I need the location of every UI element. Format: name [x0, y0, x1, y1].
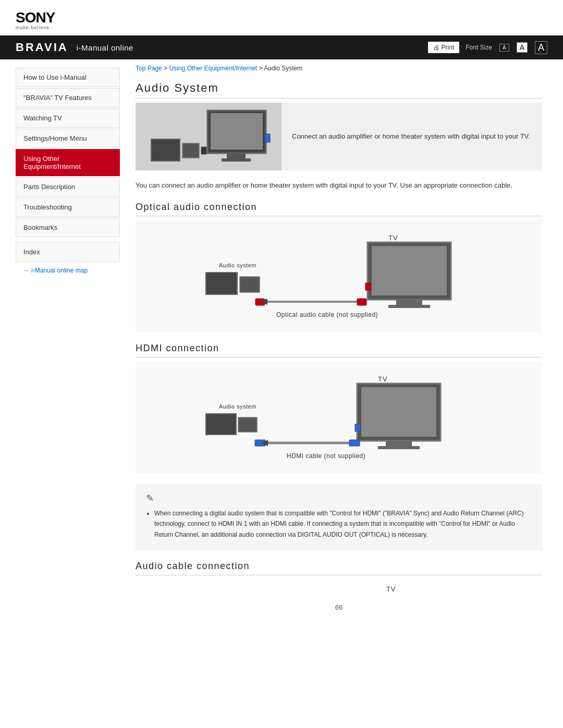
- svg-rect-2: [201, 147, 206, 154]
- breadcrumb-top[interactable]: Top Page: [136, 65, 162, 72]
- font-size-label: Font Size: [466, 44, 492, 51]
- svg-text:Audio system: Audio system: [219, 403, 256, 410]
- sidebar-item-using-other[interactable]: Using Other Equipment/Internet: [16, 149, 120, 176]
- header-area: SONY make.believe: [0, 0, 563, 35]
- svg-text:Audio system: Audio system: [219, 262, 256, 268]
- note-section: ✎ When connecting a digital audio system…: [136, 484, 542, 550]
- intro-illustration: [146, 103, 271, 170]
- sidebar-item-settings[interactable]: Settings/Home Menu: [16, 129, 120, 148]
- sidebar-map-link[interactable]: → i-Manual online map: [16, 263, 120, 278]
- font-large-button[interactable]: A: [535, 41, 547, 54]
- note-text: When connecting a digital audio system t…: [146, 508, 532, 540]
- print-icon: 🖨: [433, 44, 439, 51]
- svg-rect-29: [206, 414, 236, 435]
- sony-logo: SONY: [16, 9, 547, 26]
- svg-text:HDMI cable (not supplied): HDMI cable (not supplied): [287, 452, 365, 460]
- breadcrumb-current: Audio System: [264, 65, 302, 72]
- svg-rect-7: [265, 134, 270, 142]
- hdmi-diagram: TV Audio system: [136, 362, 542, 474]
- note-list-item: When connecting a digital audio system t…: [154, 508, 532, 540]
- audio-cable-label: TV: [386, 585, 396, 593]
- font-medium-button[interactable]: A: [517, 42, 528, 53]
- font-small-button[interactable]: A: [499, 44, 509, 52]
- nav-left: BRAVIA i-Manual online: [16, 41, 133, 54]
- sidebar-item-bookmarks[interactable]: Bookmarks: [16, 218, 120, 237]
- svg-rect-30: [238, 417, 257, 432]
- svg-rect-10: [372, 246, 447, 295]
- sidebar-item-bravia-features[interactable]: "BRAVIA" TV Features: [16, 88, 120, 107]
- intro-image: [136, 103, 282, 170]
- main-content: Top Page > Using Other Equipment/Interne…: [120, 59, 563, 643]
- svg-rect-4: [211, 113, 263, 150]
- print-button[interactable]: 🖨 Print: [428, 42, 460, 53]
- intro-para: You can connect an audio amplifier or ho…: [136, 180, 542, 191]
- sidebar-index[interactable]: Index: [16, 242, 120, 262]
- sony-tagline: make.believe: [16, 25, 547, 30]
- intro-text: Connect an audio amplifier or home theat…: [282, 103, 541, 170]
- svg-rect-24: [361, 387, 436, 437]
- map-link-label: i-Manual online map: [31, 267, 88, 274]
- sidebar-item-parts[interactable]: Parts Description: [16, 177, 120, 196]
- main-layout: How to Use i-Manual "BRAVIA" TV Features…: [0, 59, 563, 643]
- audio-cable-tv-label: TV: [136, 579, 542, 593]
- svg-rect-0: [151, 139, 180, 161]
- nav-right: 🖨 Print Font Size A A A: [428, 41, 547, 54]
- svg-text:TV: TV: [378, 375, 388, 383]
- breadcrumb-using-other[interactable]: Using Other Equipment/Internet: [169, 65, 257, 72]
- print-label: Print: [442, 44, 455, 51]
- svg-rect-16: [240, 277, 260, 292]
- svg-rect-12: [388, 305, 430, 308]
- sidebar-item-troubleshooting[interactable]: Troubleshooting: [16, 198, 120, 217]
- svg-rect-11: [396, 300, 422, 305]
- svg-rect-34: [349, 440, 360, 446]
- svg-rect-1: [182, 143, 199, 158]
- optical-section-title: Optical audio connection: [136, 202, 542, 216]
- intro-section: Connect an audio amplifier or home theat…: [136, 103, 542, 170]
- sidebar: How to Use i-Manual "BRAVIA" TV Features…: [0, 59, 120, 643]
- optical-diagram: TV Audio system: [136, 220, 542, 332]
- svg-rect-26: [378, 446, 420, 449]
- svg-rect-20: [357, 299, 366, 305]
- nav-bar: BRAVIA i-Manual online 🖨 Print Font Size…: [0, 35, 563, 59]
- svg-rect-5: [227, 153, 246, 158]
- hdmi-svg: TV Audio system: [190, 372, 487, 463]
- nav-title: i-Manual online: [77, 43, 133, 52]
- svg-rect-6: [222, 158, 251, 162]
- svg-rect-27: [355, 424, 360, 431]
- page-title: Audio System: [136, 81, 542, 98]
- breadcrumb: Top Page > Using Other Equipment/Interne…: [136, 65, 542, 72]
- audio-cable-section-title: Audio cable connection: [136, 561, 542, 575]
- svg-rect-25: [386, 441, 412, 446]
- svg-text:TV: TV: [388, 234, 398, 242]
- svg-rect-13: [365, 283, 371, 290]
- bravia-logo: BRAVIA: [16, 41, 68, 54]
- hdmi-section-title: HDMI connection: [136, 343, 542, 357]
- svg-rect-15: [206, 273, 237, 294]
- sidebar-item-watching-tv[interactable]: Watching TV: [16, 108, 120, 128]
- breadcrumb-sep2: >: [259, 65, 264, 72]
- sidebar-item-how-to-use[interactable]: How to Use i-Manual: [16, 68, 120, 87]
- note-icon: ✎: [146, 492, 532, 504]
- svg-text:Optical audio cable (not suppl: Optical audio cable (not supplied): [276, 311, 378, 318]
- arrow-icon: →: [23, 267, 29, 274]
- page-number: 66: [136, 593, 542, 622]
- breadcrumb-sep1: >: [164, 65, 169, 72]
- optical-svg: TV Audio system: [190, 231, 487, 322]
